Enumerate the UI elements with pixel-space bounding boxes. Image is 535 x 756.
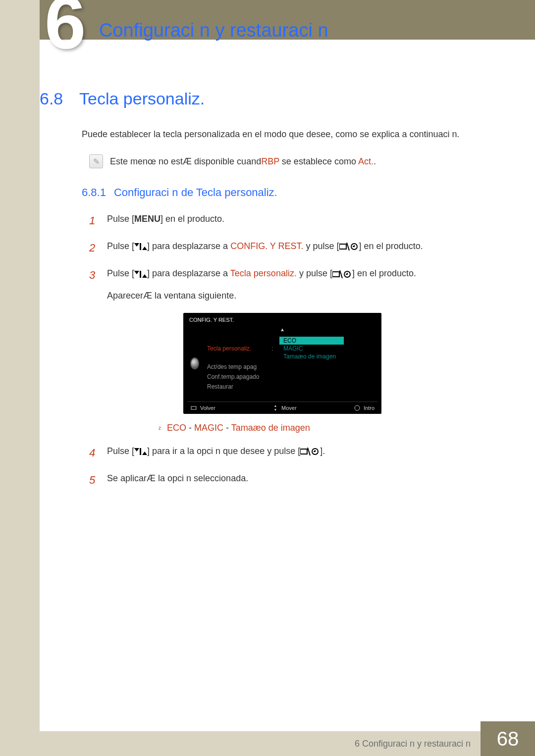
osd-option: Tamaæo de imagen bbox=[279, 353, 344, 360]
t: Pulse [ bbox=[107, 446, 134, 456]
t: y pulse [ bbox=[297, 268, 332, 278]
osd-option: MAGIC bbox=[279, 345, 344, 353]
note-suffix: . bbox=[374, 156, 376, 166]
note-hl1: RBP bbox=[261, 156, 279, 166]
chapter-badge: 6 bbox=[50, 0, 94, 42]
hl: CONFIG. Y REST. bbox=[230, 241, 303, 251]
section-number: 6.8 bbox=[40, 89, 69, 108]
down-up-arrow-icon bbox=[134, 447, 147, 456]
step-list: 1 Pulse [MENU] en el producto. 2 Pulse [… bbox=[89, 212, 476, 489]
down-up-arrow-icon bbox=[134, 270, 147, 279]
bullet-icon: z bbox=[159, 425, 161, 431]
section-intro: Puede establecer la tecla personalizada … bbox=[82, 129, 476, 140]
subsection-header: 6.8.1 Configuraci n de Tecla personaliz. bbox=[82, 186, 476, 199]
note-row: ✎ Este menœ no estÆ disponible cuandRBP … bbox=[89, 154, 476, 168]
t: ] para ir a la opci n que desee y pulse bbox=[147, 446, 295, 456]
step-body: Se aplicarÆ la opci n seleccionada. bbox=[107, 471, 476, 489]
step-body: Pulse [MENU] en el producto. bbox=[107, 212, 476, 229]
subsection-number: 6.8.1 bbox=[82, 186, 106, 199]
enter-icon bbox=[354, 405, 361, 411]
step-num: 2 bbox=[89, 239, 98, 256]
t: y pulse [ bbox=[306, 241, 339, 251]
svg-marker-13 bbox=[274, 405, 276, 407]
osd-enter-label: Intro bbox=[364, 405, 374, 411]
step-num: 3 bbox=[89, 266, 98, 303]
step-2: 2 Pulse [] para desplazarse a CONFIG. Y … bbox=[89, 239, 476, 256]
osd-menu: Tecla personaliz. : ECO MAGIC Tamaæo de … bbox=[207, 335, 374, 392]
note-mid: se establece como bbox=[279, 156, 356, 166]
osd-back-label: Volver bbox=[200, 405, 215, 411]
svg-rect-12 bbox=[191, 406, 196, 409]
footer-page-number: 68 bbox=[481, 721, 535, 756]
osd-footer: Volver Mover Intro bbox=[187, 402, 377, 412]
opt: Tamaæo de imagen bbox=[231, 423, 310, 433]
svg-marker-6 bbox=[134, 271, 139, 274]
t: Pulse [ bbox=[107, 241, 134, 251]
svg-line-10 bbox=[340, 270, 342, 278]
svg-rect-17 bbox=[140, 448, 141, 455]
step-body: Pulse [] para desplazarse a Tecla person… bbox=[107, 266, 476, 303]
source-enter-icon bbox=[300, 447, 320, 456]
step-num: 5 bbox=[89, 471, 98, 489]
hl: Tecla personaliz. bbox=[230, 268, 297, 278]
t: ] para desplazarse a bbox=[147, 241, 228, 251]
step-5: 5 Se aplicarÆ la opci n seleccionada. bbox=[89, 471, 476, 489]
option-bullet: z ECO - MAGIC - Tamaæo de imagen bbox=[159, 423, 476, 433]
t: ] para desplazarse a bbox=[147, 268, 228, 278]
osd-menu-item: Conf.temp.apagado bbox=[207, 373, 267, 380]
svg-marker-14 bbox=[274, 409, 276, 411]
t: ] en el producto. bbox=[352, 268, 416, 278]
t: ]. bbox=[320, 446, 325, 456]
svg-point-15 bbox=[355, 405, 360, 410]
osd-menu-item: Tecla personaliz. bbox=[207, 345, 267, 352]
svg-marker-0 bbox=[134, 243, 139, 247]
t: Pulse [ bbox=[107, 268, 134, 278]
step-num: 1 bbox=[89, 212, 98, 229]
svg-marker-8 bbox=[142, 274, 147, 278]
step-num: 4 bbox=[89, 444, 98, 461]
content-area: 6.8 Tecla personaliz. Puede establecer l… bbox=[40, 89, 495, 499]
osd-title: CONFIG. Y REST. bbox=[187, 316, 377, 327]
svg-marker-18 bbox=[142, 452, 147, 455]
osd-option-selected: ECO bbox=[279, 337, 344, 345]
svg-rect-3 bbox=[339, 244, 346, 249]
page-title: Configuraci n y restauraci n bbox=[99, 20, 328, 41]
t: ] en el producto. bbox=[160, 214, 224, 224]
down-up-arrow-icon bbox=[134, 242, 147, 251]
svg-marker-16 bbox=[134, 448, 139, 452]
footer-chapter: 6 Configuraci n y restauraci n bbox=[40, 731, 535, 756]
svg-rect-9 bbox=[332, 272, 339, 277]
left-stripe bbox=[0, 0, 40, 756]
opt: MAGIC bbox=[194, 423, 223, 433]
step-1: 1 Pulse [MENU] en el producto. bbox=[89, 212, 476, 229]
t: Pulse [ bbox=[107, 214, 134, 224]
move-icon bbox=[272, 405, 278, 411]
section-title: Tecla personaliz. bbox=[79, 89, 205, 108]
osd-move-label: Mover bbox=[281, 405, 297, 411]
osd-panel: CONFIG. Y REST. ▲ Tecla personaliz. : EC… bbox=[183, 313, 381, 414]
chapter-number: 6 bbox=[45, 0, 81, 66]
svg-marker-2 bbox=[142, 247, 147, 250]
osd-menu-item: Act/des temp apag bbox=[207, 363, 267, 370]
note-hl2: Act. bbox=[358, 156, 374, 166]
osd-knob-icon bbox=[190, 357, 199, 369]
svg-rect-7 bbox=[140, 271, 141, 278]
source-enter-icon bbox=[332, 270, 352, 279]
note-icon: ✎ bbox=[89, 154, 103, 168]
back-icon bbox=[190, 405, 197, 410]
bullet-text: ECO - MAGIC - Tamaæo de imagen bbox=[167, 423, 310, 433]
opt: ECO bbox=[167, 423, 186, 433]
svg-rect-1 bbox=[140, 243, 141, 250]
osd-menu-item: Restaurar bbox=[207, 383, 267, 390]
svg-line-4 bbox=[347, 243, 349, 251]
subsection-title: Configuraci n de Tecla personaliz. bbox=[114, 186, 277, 199]
step-3: 3 Pulse [] para desplazarse a Tecla pers… bbox=[89, 266, 476, 303]
menu-label: MENU bbox=[134, 214, 160, 224]
osd-up-arrow-icon: ▲ bbox=[187, 327, 377, 332]
step-body: Pulse [] para desplazarse a CONFIG. Y RE… bbox=[107, 239, 476, 256]
note-prefix: Este menœ no estÆ disponible cuand bbox=[110, 156, 261, 166]
note-text: Este menœ no estÆ disponible cuandRBP se… bbox=[110, 156, 376, 167]
svg-line-20 bbox=[308, 448, 310, 455]
source-enter-icon bbox=[339, 242, 359, 251]
step-subtext: AparecerÆ la ventana siguiente. bbox=[107, 289, 476, 303]
